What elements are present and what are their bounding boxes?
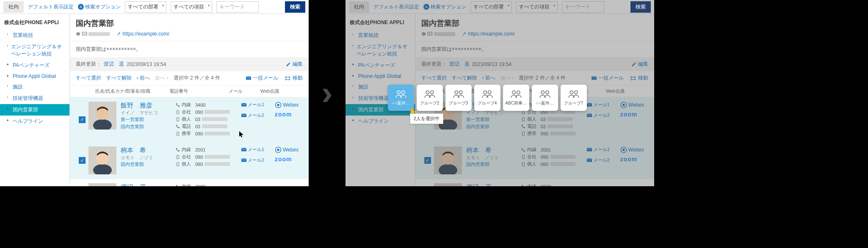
row-checkbox[interactable]: ✓ xyxy=(76,146,88,174)
sidebar-item[interactable]: ›施設 xyxy=(0,81,69,93)
svg-point-2 xyxy=(285,79,287,80)
bullet-icon: • xyxy=(7,73,11,79)
group-card[interactable]: ABC商事… xyxy=(503,85,529,111)
contact-row: ✓柄本 希エモト ノゾミ国内営業部内線 2001会社 090個人 080メール1… xyxy=(70,142,309,179)
svg-point-72 xyxy=(512,91,516,94)
chevron-right-icon: › xyxy=(7,43,9,48)
chevron-right-icon: › xyxy=(7,95,11,99)
svg-point-11 xyxy=(178,135,178,135)
mail-list: メール1メール2 xyxy=(241,146,273,174)
clear-all-link[interactable]: すべて解除 xyxy=(106,74,132,82)
main-content: 国内営業部 03↗ https://example.com/国内営業部は××××… xyxy=(70,14,309,186)
mail-link[interactable]: メール2 xyxy=(241,112,273,118)
updated-by[interactable]: 渡辺 遥 xyxy=(104,61,124,68)
contact-name[interactable]: 柄本 希 xyxy=(121,146,176,154)
sidebar: 株式会社PHONE APPLI›営業統括›エンジニアリング＆オペレーション統括•… xyxy=(0,14,70,186)
svg-point-1 xyxy=(285,76,287,77)
edit-button[interactable]: 編集 xyxy=(286,61,303,68)
group-label: グループ4 xyxy=(478,100,497,106)
dept-description: 国内営業部は××××××××××。 xyxy=(70,41,309,57)
contact-name[interactable]: 飯野 雅彦 xyxy=(121,102,176,110)
sidebar-item[interactable]: •PAベンチャーズ xyxy=(0,60,69,71)
group-card[interactable]: グループ2 xyxy=(417,85,443,111)
webex-link[interactable]: Webex xyxy=(275,146,303,153)
bullet-icon: • xyxy=(7,106,11,112)
search-options-link[interactable]: +検索オプション xyxy=(78,3,121,11)
dept-select[interactable]: すべての部署 xyxy=(125,1,166,13)
contact-dept[interactable]: 第一営業部 xyxy=(121,116,176,123)
sidebar-item-label: 国内営業部 xyxy=(13,106,38,113)
svg-point-9 xyxy=(178,120,178,121)
sidebar-item-label: エンジニアリング＆オペレーション統括 xyxy=(11,43,65,58)
group-card[interactable]: ○○案件… xyxy=(388,85,414,111)
sidebar-item[interactable]: •ヘルプライン xyxy=(0,116,69,127)
keyword-input[interactable]: キーワード xyxy=(216,1,259,13)
transition-arrow: › xyxy=(321,76,333,110)
avatar[interactable] xyxy=(88,102,116,130)
svg-point-70 xyxy=(484,91,487,94)
group-label: ○○案件… xyxy=(536,100,554,106)
sidebar-item-label: PAベンチャーズ xyxy=(13,62,50,69)
dept-header: 国内営業部 03↗ https://example.com/ xyxy=(70,14,309,41)
select-all-link[interactable]: すべて選択 xyxy=(76,74,101,82)
dept-url-link[interactable]: ↗ https://example.com/ xyxy=(116,31,169,37)
group-card[interactable]: ○○案件… xyxy=(532,85,558,111)
sidebar-item[interactable]: ›エンジニアリング＆オペレーション統括 xyxy=(0,41,69,60)
avatar[interactable] xyxy=(88,183,116,186)
updated-label: 最終更新： xyxy=(76,61,101,68)
mail-link[interactable]: メール2 xyxy=(241,157,273,163)
svg-point-64 xyxy=(397,91,401,94)
contact-name[interactable]: 渡辺 遥 xyxy=(121,183,176,186)
contact-dept[interactable]: 国内営業部 xyxy=(121,161,176,168)
zoom-link[interactable]: zoom xyxy=(275,156,303,163)
group-label: ○○案件… xyxy=(392,100,410,106)
phone-list: 内線 2000会社 090 xyxy=(176,183,241,186)
group-label: グループ3 xyxy=(449,100,468,106)
sidebar-item-label: 技術管理機器 xyxy=(13,95,43,102)
sidebar-item[interactable]: ›技術管理機器 xyxy=(0,93,69,104)
move-button[interactable]: 移動 xyxy=(285,74,303,82)
phone-list: 内線 3400会社 090個人 03電話 03携帯 090 xyxy=(176,102,241,138)
group-card[interactable]: グループ3 xyxy=(445,85,472,111)
mail-link[interactable]: メール1 xyxy=(241,102,273,108)
row-checkbox[interactable]: ✓ xyxy=(76,102,88,138)
row-checkbox[interactable] xyxy=(76,183,88,186)
sidebar-item[interactable]: •Phone Appli Global xyxy=(0,71,69,81)
svg-point-68 xyxy=(455,91,458,94)
svg-point-76 xyxy=(570,91,573,94)
svg-rect-27 xyxy=(88,183,116,186)
sidebar-item-label: Phone Appli Global xyxy=(13,73,56,79)
prev-page[interactable]: ‹ 前へ xyxy=(137,74,150,82)
svg-point-69 xyxy=(459,91,462,94)
contact-dept2[interactable]: 国内営業部 xyxy=(121,123,176,130)
contact-kana: エモト ノゾミ xyxy=(121,154,176,161)
bullet-icon: • xyxy=(7,118,11,124)
sidebar-item[interactable]: •国内営業部 xyxy=(0,104,69,116)
mail-link[interactable]: メール1 xyxy=(241,146,273,153)
group-card[interactable]: グループ7 xyxy=(561,85,587,111)
conference-links: Webexzoom xyxy=(273,146,303,174)
column-headers: 氏名/氏名カナ/部署名/役職電話番号メールWeb会議 xyxy=(70,85,309,97)
conference-links: Webexzoom xyxy=(273,102,303,138)
updated-at: 2023/09/13 19:54 xyxy=(127,61,166,67)
tab-internal[interactable]: 社内 xyxy=(3,1,24,13)
bulk-mail-button[interactable]: 一括メール xyxy=(246,74,278,82)
list-toolbar: すべて選択すべて解除‹ 前へ次へ ›選択中 2 件／全 4 件一括メール移動 xyxy=(70,71,309,85)
avatar[interactable] xyxy=(88,146,116,174)
default-view-link[interactable]: デフォルト表示設定 xyxy=(28,3,74,11)
phone-list: 内線 2001会社 090個人 080 xyxy=(176,146,241,174)
sidebar-item[interactable]: ›営業統括 xyxy=(0,30,69,41)
search-button[interactable]: 検索 xyxy=(285,1,305,13)
field-select[interactable]: すべての項目 xyxy=(171,1,212,13)
svg-point-73 xyxy=(517,91,520,94)
zoom-link[interactable]: zoom xyxy=(275,111,303,118)
svg-point-15 xyxy=(277,104,279,106)
group-card[interactable]: グループ4 xyxy=(474,85,500,111)
topbar: 社内デフォルト表示設定+検索オプションすべての部署すべての項目キーワード検索 xyxy=(0,0,309,14)
company-name: 株式会社PHONE APPLI xyxy=(0,17,69,30)
group-label: グループ2 xyxy=(420,100,440,106)
dept-phone: 03 xyxy=(76,31,110,37)
contact-row: 渡辺 遥内線 2000会社 090 xyxy=(70,179,309,186)
hand-cursor-icon: ✋ xyxy=(409,107,416,114)
webex-link[interactable]: Webex xyxy=(275,102,303,108)
